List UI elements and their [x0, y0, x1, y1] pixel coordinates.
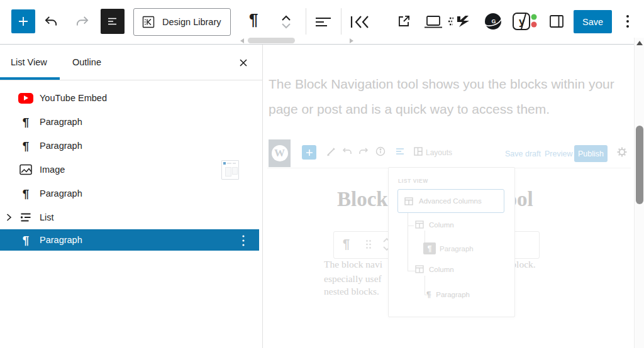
list-item-label: Paragraph: [40, 117, 82, 127]
image-block-thumbnail: [221, 160, 239, 180]
list-item-paragraph[interactable]: ¶ Paragraph: [0, 110, 259, 134]
list-icon: [18, 210, 34, 225]
publish-button: Publish: [574, 145, 608, 162]
settings-sidebar-toggle-button[interactable]: [547, 13, 566, 30]
move-down-icon: [280, 22, 292, 30]
list-item-label: Paragraph: [40, 188, 82, 198]
kebab-menu-icon: [625, 13, 630, 31]
editor-canvas: The Block Navigation tool shows you the …: [263, 45, 634, 348]
paragraph-icon: ¶: [426, 290, 431, 299]
scroll-up-arrow[interactable]: [636, 41, 643, 45]
embedded-list-view-popup: LIST VIEW Advanced Columns Column ¶ Para…: [388, 167, 515, 317]
redo-icon: [358, 147, 369, 156]
list-item-paragraph[interactable]: ¶ Paragraph: [0, 134, 259, 158]
popup-item-column: Column: [415, 220, 454, 229]
intro-paragraph-block[interactable]: The Block Navigation tool shows you the …: [269, 72, 614, 122]
popup-item-paragraph: ¶ Paragraph: [426, 290, 470, 299]
column-icon: [415, 265, 424, 273]
redo-button[interactable]: [73, 13, 92, 31]
drag-handle-icon: [365, 239, 372, 249]
layouts-icon: [414, 147, 423, 156]
info-icon: [375, 146, 386, 156]
body-text-fragment: nested blocks.: [324, 286, 379, 297]
embedded-add-block-icon: [302, 145, 316, 160]
vertical-scrollbar-thumb[interactable]: [636, 126, 643, 204]
layouts-label: Layouts: [426, 148, 452, 157]
toolbar-horizontal-scrollbar[interactable]: [248, 38, 295, 43]
editor-toolbar: Design Library ¶: [0, 0, 644, 45]
plus-icon: [16, 14, 31, 29]
svg-text:G: G: [491, 18, 496, 24]
collapse-toolbar-button[interactable]: [348, 13, 372, 31]
paragraph-icon: ¶: [23, 116, 30, 128]
list-item-label: List: [40, 212, 54, 222]
paragraph-icon: ¶: [23, 140, 30, 152]
list-item-label: YouTube Embed: [40, 93, 107, 103]
sidebar-panel-icon: [548, 13, 565, 30]
g-sphere-icon: G: [482, 11, 504, 32]
undo-icon: [342, 147, 352, 156]
paragraph-icon: ¶: [23, 234, 30, 246]
performance-button[interactable]: [448, 13, 473, 30]
youtube-icon: [18, 93, 33, 104]
align-text-button[interactable]: [313, 13, 333, 31]
list-view-panel: List View Outline YouTube Embed ¶ Paragr…: [0, 45, 263, 348]
laptop-icon: [423, 14, 443, 30]
toolbar-divider: [306, 8, 306, 35]
paragraph-selected-badge: ¶: [423, 242, 436, 254]
popup-title: LIST VIEW: [398, 178, 428, 184]
more-options-button[interactable]: [620, 12, 635, 32]
list-item-paragraph-selected[interactable]: ¶ Paragraph: [0, 229, 259, 251]
toolbar-scroll-right-arrow[interactable]: [350, 38, 353, 43]
close-list-view-button[interactable]: [235, 55, 252, 71]
undo-button[interactable]: [42, 13, 60, 31]
gear-icon: [617, 147, 627, 157]
body-text-fragment: The block navi: [324, 259, 382, 270]
save-draft-link: Save draft: [505, 150, 541, 158]
wordpress-logo-square: W: [269, 139, 291, 167]
list-item-image[interactable]: Image: [0, 158, 259, 182]
list-view-toggle-button[interactable]: [101, 9, 125, 34]
g-sphere-button[interactable]: G: [482, 11, 504, 32]
tab-list-view[interactable]: List View: [11, 57, 47, 67]
image-icon: [18, 162, 34, 177]
design-library-icon: [140, 14, 157, 30]
paragraph-block-button[interactable]: ¶: [249, 10, 258, 30]
list-item-list[interactable]: List: [0, 205, 259, 229]
vertical-scrollbar-track[interactable]: [634, 38, 644, 348]
expand-chevron-icon[interactable]: [0, 210, 18, 225]
save-button[interactable]: Save: [574, 10, 612, 33]
add-block-button[interactable]: [11, 9, 35, 33]
column-icon: [415, 220, 424, 229]
active-tab-indicator: [0, 77, 60, 80]
toolbar-divider: [341, 8, 341, 35]
popup-item-column: Column: [415, 265, 454, 273]
block-mover[interactable]: [277, 9, 296, 35]
block-options-kebab-icon[interactable]: [242, 234, 250, 249]
collapse-left-icon: [348, 14, 372, 30]
popup-item-paragraph: Paragraph: [440, 245, 474, 253]
paragraph-icon: ¶: [23, 188, 30, 200]
tree-tick: [408, 226, 414, 226]
speed-dash-icon: [448, 13, 473, 30]
undo-icon: [43, 14, 59, 30]
intro-line-1: The Block Navigation tool shows you the …: [269, 72, 614, 97]
move-up-icon: [280, 14, 292, 22]
tab-outline[interactable]: Outline: [72, 57, 101, 67]
toolbar-scroll-left-arrow[interactable]: [240, 38, 244, 43]
yoast-seo-button[interactable]: y: [512, 12, 538, 31]
close-icon: [238, 57, 249, 68]
open-in-new-tab-button[interactable]: [395, 13, 413, 30]
list-item-youtube-embed[interactable]: YouTube Embed: [0, 86, 259, 110]
list-view-tabs: List View Outline: [0, 45, 262, 80]
popup-root-block: Advanced Columns: [397, 189, 504, 213]
paragraph-icon: ¶: [343, 237, 350, 251]
external-link-icon: [396, 13, 412, 30]
list-view-icon: [105, 14, 120, 29]
preview-device-button[interactable]: [423, 13, 444, 31]
preview-link: Preview: [545, 150, 572, 158]
columns-icon: [404, 197, 413, 205]
design-library-button[interactable]: Design Library: [133, 8, 231, 36]
list-item-paragraph[interactable]: ¶ Paragraph: [0, 182, 259, 205]
design-library-label: Design Library: [162, 17, 221, 27]
